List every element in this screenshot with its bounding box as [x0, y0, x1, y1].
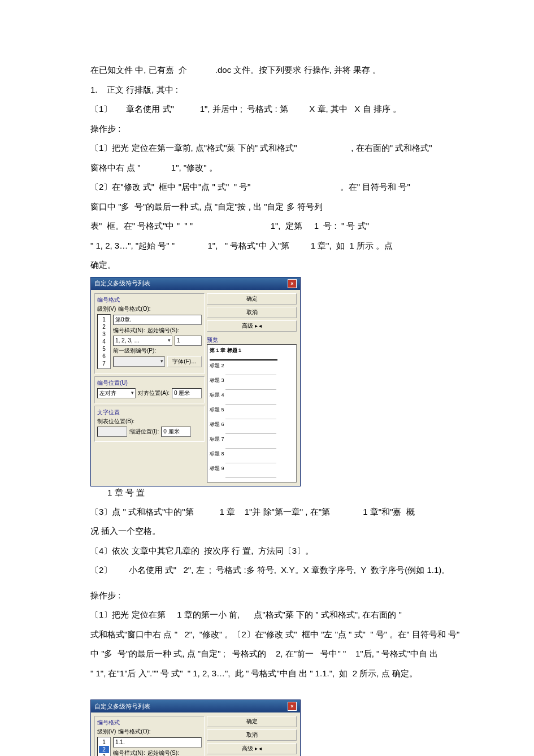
dialog-titlebar[interactable]: 自定义多级符号列表 ×: [91, 700, 300, 712]
start-at-label: 起始编号(S):: [147, 327, 179, 334]
start-at-input[interactable]: 1: [175, 336, 202, 346]
number-style-label: 编号样式(N):: [113, 749, 145, 756]
group-number-position: 编号位置(U): [97, 379, 202, 387]
alignment-dropdown[interactable]: 左对齐: [97, 388, 136, 398]
prev-level-label: 前一级别编号(P):: [113, 347, 156, 355]
paragraph: 表" 框。在" 号格式"中 " " " 1", 定第 1 号 : " 号 式": [90, 218, 483, 234]
dialog-title: 自定义多级符号列表: [94, 702, 150, 711]
number-style-dropdown[interactable]: 1, 2, 3, …: [113, 336, 172, 346]
number-format-label: 编号格式(O):: [118, 728, 150, 736]
number-format-label: 编号格式(O):: [118, 305, 150, 313]
dialog-custom-multilevel-list-2: 自定义多级符号列表 × 编号格式 级别(V) 编号格式(O): 1234567: [90, 699, 301, 756]
indent-input[interactable]: 0 厘米: [161, 427, 191, 437]
paragraph: 〔1〕把光 定位在第一章前, 点"格式"菜 下的" 式和格式" , 在右面的" …: [90, 140, 483, 157]
cancel-button[interactable]: 取消: [207, 307, 297, 318]
more-button[interactable]: 高级 ▸ ◂: [207, 743, 297, 754]
paragraph: 〔3〕点 " 式和格式"中的"第 1 章 1"并 除"第一章" , 在"第 1 …: [90, 504, 483, 520]
dialog-figure-1: 自定义多级符号列表 × 编号格式 级别(V) 编号格式(O): 1234567: [90, 277, 483, 498]
dialog-custom-multilevel-list: 自定义多级符号列表 × 编号格式 级别(V) 编号格式(O): 1234567: [90, 277, 301, 486]
dialog-figure-2: 自定义多级符号列表 × 编号格式 级别(V) 编号格式(O): 1234567: [90, 699, 483, 756]
dialog-titlebar[interactable]: 自定义多级符号列表 ×: [91, 277, 300, 290]
level-listbox[interactable]: 1234567: [97, 314, 111, 369]
preview-box: 第 1 章 标题 1 标题 2 标题 3 标题 4 标题 5 标题 6 标题 7…: [207, 344, 297, 483]
preview-item: 标题 7: [210, 436, 294, 443]
preview-item: 标题 2: [210, 362, 294, 370]
paragraph: 况 插入一个空格。: [90, 523, 483, 540]
dialog-title: 自定义多级符号列表: [94, 279, 150, 288]
paragraph: 1. 正文 行排版, 其中 :: [90, 82, 483, 98]
number-format-input[interactable]: 第0章.: [113, 315, 202, 325]
paragraph: 〔1〕 章名使用 式" 1", 并居中 ; 号格式 : 第 X 章, 其中 X …: [90, 101, 483, 118]
cancel-button[interactable]: 取消: [207, 729, 297, 741]
preview-item: 标题 8: [210, 450, 294, 458]
paragraph: 窗口中 "多 号"的最后一种 式, 点 "自定"按 , 出 "自定 多 符号列: [90, 199, 483, 215]
indent-label: 缩进位置(I):: [129, 428, 159, 436]
align-at-label: 对齐位置(A):: [138, 389, 170, 397]
group-number-format: 编号格式: [97, 719, 202, 727]
preview-item: 标题 9: [210, 465, 294, 472]
preview-item: 标题 5: [210, 406, 294, 414]
paragraph: 操作步 :: [90, 588, 483, 604]
number-style-label: 编号样式(N):: [113, 327, 145, 334]
paragraph: 〔4〕依次 文章中其它几章的 按次序 行 置, 方法同〔3〕。: [90, 543, 483, 559]
close-icon[interactable]: ×: [288, 702, 297, 711]
figure-caption-1: 1 章 号 置: [90, 488, 483, 498]
ok-button[interactable]: 确定: [207, 716, 297, 727]
paragraph: 窗格中右 点 " 1", "修改" 。: [90, 160, 483, 176]
preview-item: 标题 6: [210, 421, 294, 428]
paragraph: 〔2〕 小名使用 式" 2", 左 ; 号格式 :多 符号, X.Y。X 章数字…: [90, 562, 483, 579]
preview-heading-1: 第 1 章 标题 1: [210, 347, 294, 354]
font-button[interactable]: 字体(F)…: [167, 356, 202, 367]
paragraph: 式和格式"窗口中右 点 " 2", "修改" 。〔2〕在"修改 式" 框中 "左…: [90, 627, 483, 643]
tab-pos-label: 制表位位置(B):: [97, 418, 134, 425]
paragraph: " 1", 在"1"后 入"."" 号 式" " 1, 2, 3…", 此 " …: [90, 666, 483, 682]
preview-item: 标题 4: [210, 392, 294, 399]
paragraph: 在已知文件 中, 已有嘉 介 .doc 文件。按下列要求 行操作, 并将 果存 …: [90, 62, 483, 79]
level-label: 级别(V): [97, 728, 116, 736]
paragraph: 〔1〕把光 定位在第 1 章的第一小 前, 点"格式"菜 下的 " 式和格式",…: [90, 607, 483, 623]
preview-label: 预览: [207, 336, 297, 344]
number-format-input[interactable]: 1.1.: [113, 737, 202, 748]
prev-level-dropdown[interactable]: [113, 357, 165, 367]
paragraph: 中 "多 号"的最后一种 式, 点 "自定" ; 号格式的 2, 在"前一 号中…: [90, 646, 483, 662]
more-button[interactable]: 高级 ▸ ◂: [207, 320, 297, 332]
preview-item: 标题 3: [210, 377, 294, 384]
ok-button[interactable]: 确定: [207, 293, 297, 305]
paragraph: 操作步 :: [90, 121, 483, 137]
start-at-label: 起始编号(S):: [147, 749, 179, 756]
align-at-input[interactable]: 0 厘米: [172, 388, 202, 398]
paragraph: 〔2〕在"修改 式" 框中 "居中"点 " 式" " 号" 。在" 目符号和 号…: [90, 179, 483, 195]
close-icon[interactable]: ×: [288, 279, 297, 288]
tab-pos-input[interactable]: [97, 427, 127, 437]
group-text-position: 文字位置: [97, 409, 202, 416]
level-listbox[interactable]: 1234567: [97, 737, 111, 756]
level-label: 级别(V): [97, 305, 116, 313]
group-number-format: 编号格式: [97, 296, 202, 304]
paragraph: " 1, 2, 3…", "起始 号" " 1", " 号格式"中 入"第 1 …: [90, 238, 483, 254]
paragraph: 确定。: [90, 257, 483, 273]
